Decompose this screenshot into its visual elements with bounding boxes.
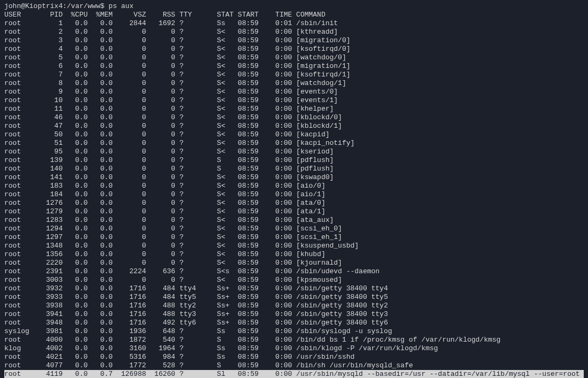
process-row: root 8 0.0 0.0 0 0 ? S< 08:59 0:00 [watc… <box>4 79 584 88</box>
prompt-command: ps aux <box>109 2 134 10</box>
process-row: root 1 0.0 0.0 2844 1692 ? Ss 08:59 0:01… <box>4 19 584 28</box>
process-row: root 51 0.0 0.0 0 0 ? S< 08:59 0:00 [kac… <box>4 139 584 148</box>
process-row: root 50 0.0 0.0 0 0 ? S< 08:59 0:00 [kac… <box>4 130 584 139</box>
process-row: root 2 0.0 0.0 0 0 ? S< 08:59 0:00 [kthr… <box>4 28 584 36</box>
process-row: root 6 0.0 0.0 0 0 ? S< 08:59 0:00 [migr… <box>4 62 584 71</box>
terminal[interactable]: john@Kioptrix4:/var/www$ ps aux USER PID… <box>4 2 584 378</box>
process-row: syslog 3981 0.0 0.0 1936 648 ? Ss 08:59 … <box>4 327 584 336</box>
process-row: root 5 0.0 0.0 0 0 ? S< 08:59 0:00 [watc… <box>4 53 584 62</box>
process-row: root 4 0.0 0.0 0 0 ? S< 08:59 0:00 [ksof… <box>4 45 584 53</box>
process-row: root 47 0.0 0.0 0 0 ? S< 08:59 0:00 [kbl… <box>4 122 584 130</box>
process-row: root 3003 0.0 0.0 0 0 ? S< 08:59 0:00 [k… <box>4 276 584 284</box>
process-list: root 1 0.0 0.0 2844 1692 ? Ss 08:59 0:01… <box>4 19 584 378</box>
process-row: root 2220 0.0 0.0 0 0 ? S< 08:59 0:00 [k… <box>4 259 584 267</box>
prompt-line: john@Kioptrix4:/var/www$ ps aux <box>4 2 584 11</box>
prompt-path: /var/www <box>67 2 100 10</box>
prompt-sep1: : <box>63 2 67 10</box>
process-row: root 95 0.0 0.0 0 0 ? S< 08:59 0:00 [kse… <box>4 148 584 156</box>
process-row: root 1294 0.0 0.0 0 0 ? S< 08:59 0:00 [s… <box>4 225 584 233</box>
process-row: root 11 0.0 0.0 0 0 ? S< 08:59 0:00 [khe… <box>4 105 584 113</box>
process-row: root 4077 0.0 0.0 1772 528 ? S 08:59 0:0… <box>4 361 584 370</box>
process-row: root 183 0.0 0.0 0 0 ? S< 08:59 0:00 [ai… <box>4 182 584 190</box>
process-row: root 140 0.0 0.0 0 0 ? S 08:59 0:00 [pdf… <box>4 165 584 173</box>
process-row: root 3 0.0 0.0 0 0 ? S< 08:59 0:00 [migr… <box>4 36 584 45</box>
process-row: root 3933 0.0 0.0 1716 484 tty5 Ss+ 08:5… <box>4 293 584 302</box>
process-row: root 10 0.0 0.0 0 0 ? S< 08:59 0:00 [eve… <box>4 96 584 105</box>
process-row: root 3948 0.0 0.0 1716 492 tty6 Ss+ 08:5… <box>4 319 584 327</box>
process-row: root 9 0.0 0.0 0 0 ? S< 08:59 0:00 [even… <box>4 88 584 96</box>
process-row: klog 4002 0.0 0.0 3160 1964 ? Ss 08:59 0… <box>4 344 584 353</box>
process-row: root 4021 0.0 0.0 5316 984 ? Ss 08:59 0:… <box>4 353 584 361</box>
ps-header: USER PID %CPU %MEM VSZ RSS TTY STAT STAR… <box>4 11 584 19</box>
process-row: root 1279 0.0 0.0 0 0 ? S< 08:59 0:00 [a… <box>4 207 584 216</box>
process-row: root 141 0.0 0.0 0 0 ? S< 08:59 0:00 [ks… <box>4 173 584 182</box>
process-row: root 1348 0.0 0.0 0 0 ? S< 08:59 0:00 [k… <box>4 242 584 250</box>
process-row: root 139 0.0 0.0 0 0 ? S 08:59 0:00 [pdf… <box>4 156 584 165</box>
process-row: root 2391 0.0 0.0 2224 636 ? S<s 08:59 0… <box>4 267 584 276</box>
process-row: root 3932 0.0 0.0 1716 484 tty4 Ss+ 08:5… <box>4 284 584 293</box>
prompt-user-host: john@Kioptrix4 <box>4 2 63 10</box>
process-row: root 1356 0.0 0.0 0 0 ? S< 08:59 0:00 [k… <box>4 250 584 259</box>
process-row: root 1297 0.0 0.0 0 0 ? S< 08:59 0:00 [s… <box>4 233 584 242</box>
process-row: root 7 0.0 0.0 0 0 ? S< 08:59 0:00 [ksof… <box>4 71 584 79</box>
process-row: root 46 0.0 0.0 0 0 ? S< 08:59 0:00 [kbl… <box>4 113 584 122</box>
process-row: root 1276 0.0 0.0 0 0 ? S< 08:59 0:00 [a… <box>4 199 584 207</box>
process-row: root 184 0.0 0.0 0 0 ? S< 08:59 0:00 [ai… <box>4 190 584 199</box>
process-row: root 4000 0.0 0.0 1872 540 ? S 08:59 0:0… <box>4 336 584 344</box>
prompt-sep2: $ <box>100 2 104 10</box>
process-row: root 3938 0.0 0.0 1716 488 tty2 Ss+ 08:5… <box>4 302 584 310</box>
process-row: root 3941 0.0 0.0 1716 488 tty3 Ss+ 08:5… <box>4 310 584 319</box>
process-row: root 1283 0.0 0.0 0 0 ? S< 08:59 0:00 [a… <box>4 216 584 225</box>
process-row: root 4119 0.0 0.7 126988 16260 ? Sl 08:5… <box>4 370 584 378</box>
